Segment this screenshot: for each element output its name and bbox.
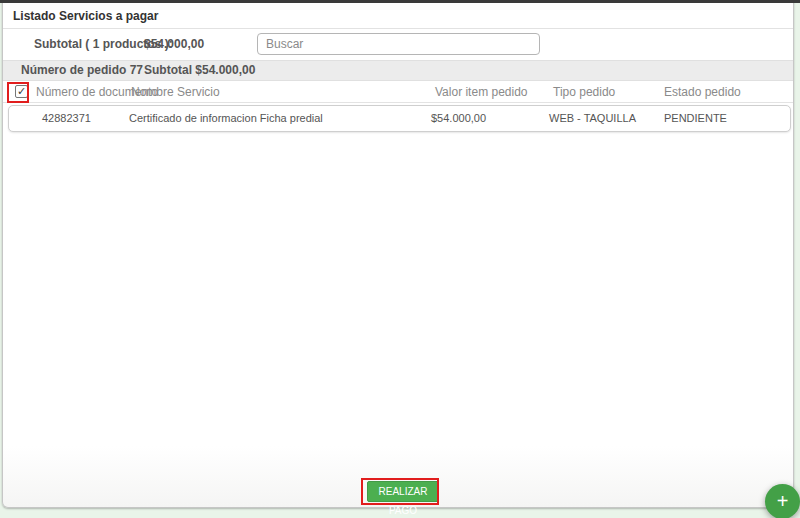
order-number-label: Número de pedido 77 [21,61,143,80]
order-header-bar: Número de pedido 77 Subtotal $54.000,00 [3,60,793,81]
annotation-pay-button-highlight [361,478,439,505]
window-top-edge [0,0,800,3]
table-row: 42882371 Certificado de informacion Fich… [8,105,791,132]
cell-estado-pedido: PENDIENTE [664,106,727,131]
plus-icon: + [777,490,789,512]
column-header-nombre-servicio: Nombre Servicio [131,81,220,103]
column-header-valor-item-pedido: Valor item pedido [435,81,528,103]
summary-bar: Subtotal ( 1 productos ): $54.000,00 [3,29,793,60]
column-header-tipo-pedido: Tipo pedido [553,81,615,103]
cell-numero-documento: 42882371 [42,106,91,131]
table-header-row: ✓ Número de documento Nombre Servicio Va… [3,81,793,103]
page-title: Listado Servicios a pagar [3,3,793,29]
annotation-checkbox-highlight [7,82,29,103]
cell-tipo-pedido: WEB - TAQUILLA [549,106,636,131]
add-button[interactable]: + [765,484,800,518]
cell-valor-item-pedido: $54.000,00 [431,106,486,131]
subtotal-value: $54.000,00 [144,29,204,60]
order-subtotal-label: Subtotal $54.000,00 [144,61,255,80]
search-input[interactable] [257,33,540,55]
services-to-pay-panel: Listado Servicios a pagar Subtotal ( 1 p… [2,0,794,508]
cell-nombre-servicio: Certificado de informacion Ficha predial [129,106,323,131]
column-header-estado-pedido: Estado pedido [664,81,741,103]
